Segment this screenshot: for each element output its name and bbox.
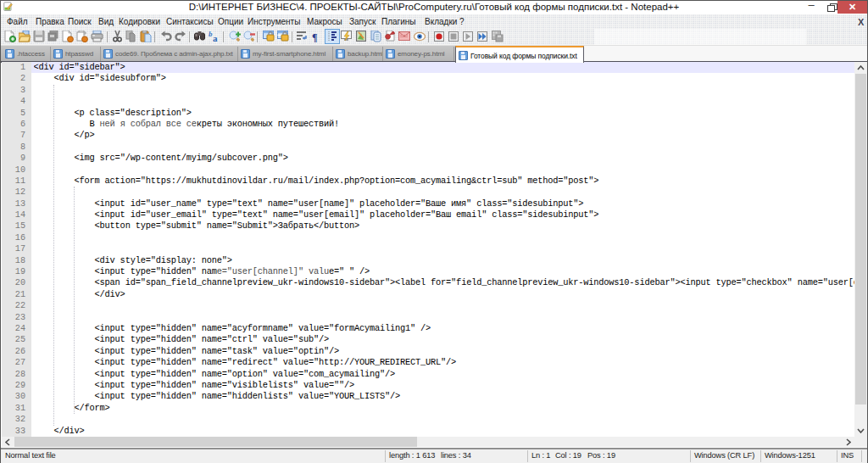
svg-text:a: a xyxy=(213,33,218,42)
svg-text:¶: ¶ xyxy=(312,31,317,43)
